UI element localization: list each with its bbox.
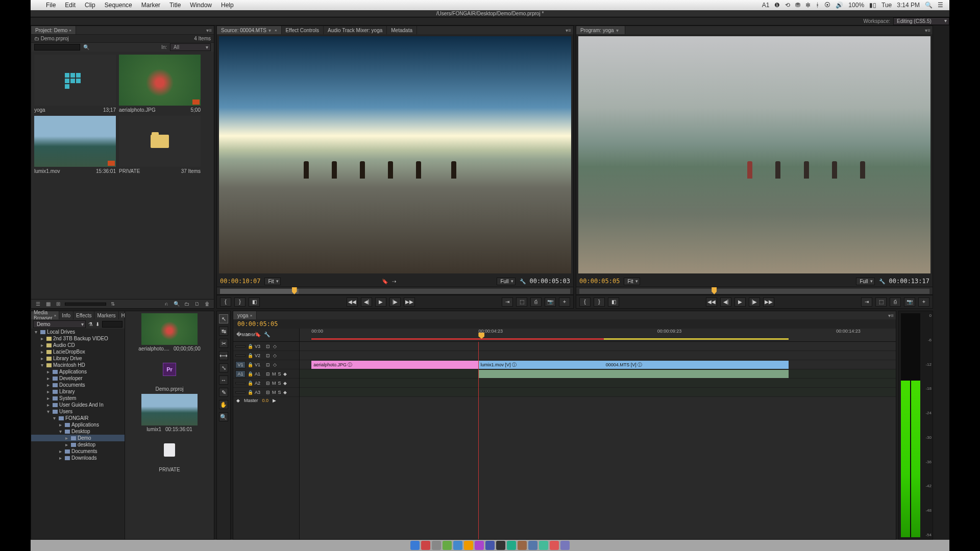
mb-item[interactable]: PRIVATE [127,434,212,472]
mb-folder-dropdown[interactable]: Demo [33,320,86,328]
export-frame-button[interactable]: ⎙ [530,297,542,307]
keyframe-icon[interactable]: ◆ [283,381,287,386]
menu-window[interactable]: Window [190,2,212,9]
step-back-button[interactable]: ◀| [361,297,372,307]
program-timecode[interactable]: 00:00:05:05 [579,278,620,285]
source-tab[interactable]: Source: 00004.MTS▾× [217,26,282,34]
timeline-clip[interactable] [604,370,789,378]
thumb-size-slider[interactable] [65,303,106,306]
insert-button[interactable]: ⇥ [861,297,872,307]
media-browser-tab[interactable]: Media Browser× [31,311,59,319]
source-patch[interactable] [235,345,246,347]
ingest-icon[interactable]: ⬇ [95,321,100,327]
notif-icon[interactable]: ❶ [774,2,780,9]
play-icon[interactable]: ▶ [273,398,276,403]
master-value[interactable]: 0.0 [262,398,269,403]
tree-row[interactable]: ▾Local Drives [31,329,125,335]
markers-tab[interactable]: Markers [94,311,118,319]
rate-stretch-tool[interactable]: ⟷ [219,351,228,360]
razor-tool[interactable]: ⤡ [219,363,228,372]
dropbox-icon[interactable]: ⛃ [795,2,800,9]
dock-app-icon[interactable] [539,541,548,550]
lock-icon[interactable]: 🔒 [248,371,253,377]
timeline-tracks[interactable]: aerialphoto.JPG ⓘlumix1.mov [V] ⓘ00004.M… [300,342,896,539]
menu-marker[interactable]: Marker [141,2,160,9]
audio-track-header[interactable]: A1🔒A1⊟MS◆ [233,369,299,379]
metadata-tab[interactable]: Metadata [387,26,417,34]
panel-menu-icon[interactable]: ▾≡ [566,28,571,33]
battery-icon[interactable]: ▮▯ [869,2,876,9]
lock-icon[interactable]: 🔒 [248,362,253,367]
go-to-in-button[interactable]: ◀◀ [706,297,717,307]
evernote-icon[interactable]: ✻ [805,2,811,9]
mark-out-button[interactable]: } [234,297,246,307]
wifi-icon[interactable]: ⦿ [824,2,830,9]
source-patch[interactable] [235,382,246,384]
source-timecode[interactable]: 00:00:10:07 [220,278,260,285]
menu-title[interactable]: Title [169,2,181,9]
source-zoom-dropdown[interactable]: Fit [264,278,280,285]
cc-icon[interactable]: A1 [762,2,770,9]
toggle-output-icon[interactable]: ⊡ [266,344,271,349]
marker-add-icon[interactable]: 🔖 [255,332,262,339]
keyframe-icon[interactable]: ◆ [236,398,240,403]
audio-track-header[interactable]: 🔒A3⊟MS◆ [233,388,299,397]
step-back-button[interactable]: ◀| [720,297,731,307]
marker-icon[interactable]: 🔖 [382,279,388,284]
tree-row[interactable]: ▸2nd 3TB Backup VIDEO [31,335,125,342]
mb-item[interactable]: lumix100:15:36:01 [127,394,212,432]
dock-app-icon[interactable] [528,541,537,550]
new-bin-icon[interactable]: 🗀 [183,301,190,307]
sort-icon[interactable]: ⇅ [109,301,116,307]
tree-row[interactable]: ▾FONGAIR [31,415,125,421]
timeline-timecode[interactable]: 00:00:05:05 [233,319,896,329]
source-viewport[interactable] [219,36,571,273]
selection-tool[interactable]: ↖ [219,314,228,323]
panel-menu-icon[interactable]: ▾≡ [925,28,930,33]
play-button[interactable]: ▶ [375,297,386,307]
menu-file[interactable]: File [46,2,56,9]
mute-icon[interactable]: ⊟ [266,390,270,395]
source-patch[interactable]: A1 [235,370,246,378]
dock-app-icon[interactable] [421,541,430,550]
wrench-icon[interactable]: 🔧 [879,279,885,284]
lock-icon[interactable]: 🔒 [248,353,253,358]
mark-in-button[interactable]: { [220,297,231,307]
bin-item[interactable]: PRIVATE37 Items [119,116,201,174]
menu-clip[interactable]: Clip [85,2,95,9]
tree-row[interactable]: ▸Library [31,388,125,395]
tree-row[interactable]: ▸Developer [31,375,125,382]
workspace-dropdown[interactable]: Editing (CS5.5) [893,17,949,25]
go-to-out-button[interactable]: ▶▶ [404,297,415,307]
video-track-header[interactable]: 🔒V3⊡◇ [233,342,299,351]
audio-track-header[interactable]: 🔒A2⊟MS◆ [233,379,299,388]
program-res-dropdown[interactable]: Full [856,278,874,285]
hand-tool[interactable]: ✋ [219,400,228,409]
source-res-dropdown[interactable]: Full [497,278,515,285]
program-ruler[interactable] [576,287,933,295]
camera-button[interactable]: 📷 [545,297,556,307]
timeline-tab[interactable]: yoga× [233,311,257,319]
list-view-icon[interactable]: ☰ [34,301,41,307]
tree-row[interactable]: ▸Documents [31,448,125,455]
bin-item[interactable]: lumix1.mov15:36:01 [34,116,116,174]
add-marker-button[interactable]: ◧ [608,297,619,307]
audio-mixer-tab[interactable]: Audio Track Mixer: yoga [324,26,387,34]
mb-item[interactable]: aerialphoto....00;00;05;00 [127,313,212,352]
settings-icon[interactable]: 🔧 [264,332,271,339]
panel-menu-icon[interactable]: ▾≡ [206,28,212,33]
automate-icon[interactable]: ⎌ [163,301,170,307]
bin-item[interactable]: aerialphoto.JPG5;00 [119,55,201,113]
mac-dock[interactable] [31,540,949,551]
track-select-tool[interactable]: ↹ [219,327,228,336]
lock-icon[interactable]: 🔒 [248,390,253,395]
step-fwd-button[interactable]: |▶ [749,297,760,307]
snap-icon[interactable]: �магнит [236,332,243,339]
step-fwd-button[interactable]: |▶ [389,297,401,307]
bin-item[interactable]: yoga13;17 [34,55,116,113]
source-ruler[interactable] [217,287,573,295]
tree-row[interactable]: ▸Applications [31,421,125,428]
timeline-clip[interactable]: 00004.MTS [V] ⓘ [604,361,789,369]
dock-app-icon[interactable] [443,541,452,550]
keyframe-icon[interactable]: ◆ [283,390,287,395]
